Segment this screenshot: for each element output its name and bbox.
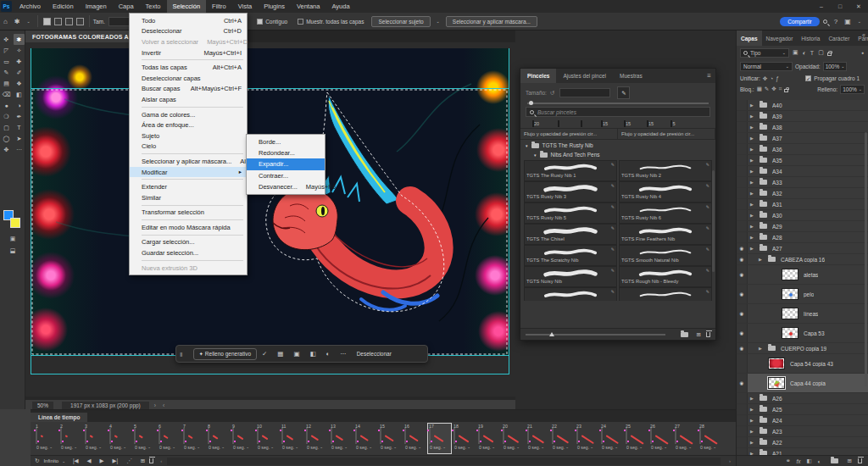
menu-item[interactable]: Nueva extrusión 3D ▸	[130, 263, 247, 274]
menu-item[interactable]: Transformar selección ▸	[130, 208, 247, 219]
maximize-icon[interactable]: □	[831, 0, 849, 13]
layer-row[interactable]: ◉ ▶ A40	[737, 100, 868, 111]
menubar-item[interactable]: Capa	[113, 0, 140, 13]
new-brush-icon[interactable]: ⊞	[697, 331, 701, 338]
frame-duration[interactable]: 0 seg.⌄	[84, 444, 107, 451]
menubar-item[interactable]: Selección	[167, 0, 207, 13]
layer-row[interactable]: ◉ ▶ A31	[737, 199, 868, 210]
visibility-toggle[interactable]: ◉	[737, 265, 748, 284]
tool-button[interactable]: ✥	[1, 144, 12, 155]
frame-duration[interactable]: 0 seg.⌄	[281, 444, 303, 451]
workspace-icon[interactable]: ▣	[841, 18, 854, 25]
frame-duration[interactable]: 0 seg.⌄	[305, 444, 328, 451]
frame-duration[interactable]: 0 seg.⌄	[674, 444, 697, 451]
menu-item[interactable]: Sujeto ▸	[130, 130, 247, 141]
visibility-toggle[interactable]: ◉	[737, 254, 748, 264]
menubar-item[interactable]: Ayuda	[326, 0, 355, 13]
chevron-down-icon[interactable]: ⌄	[58, 459, 69, 463]
visibility-toggle[interactable]: ◉	[737, 304, 748, 323]
animation-frame[interactable]: 27 0 seg.⌄	[674, 424, 697, 453]
frame-duration[interactable]: 0 seg.⌄	[551, 444, 574, 451]
panel-tab[interactable]: Párrafo	[854, 31, 868, 46]
lock-all-icon[interactable]	[784, 89, 788, 92]
frame-duration[interactable]: 0 seg.⌄	[207, 444, 230, 451]
menubar-item[interactable]: Edición	[47, 0, 80, 13]
frame-duration[interactable]: 0 seg.⌄	[625, 444, 648, 451]
disclosure-arrow-icon[interactable]: ▶	[748, 246, 756, 251]
visibility-toggle[interactable]: ◉	[737, 111, 748, 121]
layer-row[interactable]: ◉ ▶ A21	[737, 448, 868, 455]
menu-item[interactable]: Deseleccionar Ctrl+D ▸	[130, 26, 247, 37]
layer-row[interactable]: ◉ ▶ A32	[737, 188, 868, 199]
visibility-toggle[interactable]: ◉	[737, 199, 748, 209]
frame-duration[interactable]: 0 seg.⌄	[330, 444, 353, 451]
play-icon[interactable]: ▶	[96, 458, 108, 464]
disclosure-arrow-icon[interactable]: ▶	[748, 396, 756, 401]
menu-item[interactable]: Deseleccionar capas ▸	[130, 73, 247, 84]
brush-tip-icon[interactable]: ✎	[617, 86, 630, 99]
frame-duration[interactable]: 0 seg.⌄	[35, 444, 58, 451]
layer-row[interactable]: ◉ ▶ A33	[737, 177, 868, 188]
layer-row[interactable]: ◉ ▶ CABEZA copia 16	[737, 254, 868, 265]
loop-count[interactable]: Infinito	[43, 458, 58, 463]
visibility-toggle[interactable]: ◉	[737, 144, 748, 154]
tool-button[interactable]: ⌫	[1, 89, 12, 100]
layer-thumbnail[interactable]	[782, 327, 798, 339]
disclosure-arrow-icon[interactable]: ▶	[756, 346, 765, 351]
frame-duration[interactable]: 0 seg.⌄	[649, 444, 672, 451]
disclosure-arrow-icon[interactable]: ▶	[748, 169, 756, 174]
disclosure-arrow-icon[interactable]: ▶	[748, 191, 756, 196]
timeline-scrollbar[interactable]	[167, 458, 721, 465]
layer-row[interactable]: ◉ ▶ A35	[737, 155, 868, 166]
visibility-toggle[interactable]: ◉	[737, 415, 748, 425]
disclosure-arrow-icon[interactable]: ▶	[756, 257, 765, 262]
panel-tab[interactable]: Muestras	[613, 69, 649, 83]
menu-item[interactable]: Redondear...	[247, 147, 325, 158]
tool-button[interactable]: ◯	[1, 133, 12, 144]
brush-item[interactable]: TGTS Rusty Nib 6 ✎	[619, 202, 712, 224]
layer-row[interactable]: ◉ ▶ A23	[737, 426, 868, 437]
brush-item[interactable]: TGTS Rusty Nib 3 ✎	[524, 181, 617, 202]
filter-adjustment-icon[interactable]: ◐	[802, 50, 807, 56]
layer-thumbnail[interactable]	[782, 269, 798, 280]
brush-item[interactable]: TGTS Rough Nib - Watery ✎	[524, 287, 617, 301]
visibility-toggle[interactable]: ◉	[737, 133, 748, 143]
menu-item[interactable]: Contraer...	[247, 170, 325, 181]
collapse-panels-icon[interactable]: «	[862, 32, 865, 38]
drag-handle[interactable]: ▮	[176, 351, 186, 358]
visibility-toggle[interactable]: ◉	[737, 374, 748, 392]
help-icon[interactable]: ?	[831, 18, 841, 25]
animation-frame[interactable]: 4 0 seg.⌄	[108, 424, 131, 453]
layer-thumbnail[interactable]	[768, 377, 785, 389]
tool-button[interactable]: ✒	[14, 111, 25, 122]
animation-frame[interactable]: 7 0 seg.⌄	[182, 424, 205, 453]
new-frame-icon[interactable]: ⊞	[136, 458, 149, 464]
tool-preset-wand-icon[interactable]: ✱	[11, 18, 24, 25]
disclosure-arrow-icon[interactable]: ▶	[748, 429, 756, 434]
status-arrow-icon[interactable]: ‹	[163, 402, 164, 408]
filter-lock-icon[interactable]	[827, 53, 832, 56]
background-color-swatch[interactable]	[10, 218, 20, 228]
panel-menu-icon[interactable]: ≡	[707, 72, 715, 80]
menu-item[interactable]: Seleccionar y aplicar máscara... Alt+Ctr…	[130, 156, 247, 167]
visibility-toggle[interactable]: ◉	[737, 155, 748, 165]
brush-item[interactable]: TGTS Fine Feathers Nib ✎	[619, 224, 712, 245]
animation-frame[interactable]: 18 0 seg.⌄	[453, 424, 476, 453]
zoom-level[interactable]: 50%	[32, 402, 53, 409]
brush-preset[interactable]: Flujo y opacidad de presión cir...	[618, 129, 715, 139]
disclosure-arrow-icon[interactable]: ▶	[748, 147, 756, 152]
new-group-icon[interactable]	[681, 332, 688, 337]
select-and-mask-button[interactable]: Seleccionar y aplicar máscara...	[446, 16, 537, 27]
thumbnail-size-slider[interactable]	[526, 334, 665, 336]
unify-style-icon[interactable]: ƒ	[776, 75, 779, 81]
menu-item[interactable]: Aislar capas ▸	[130, 94, 247, 105]
brush-item[interactable]: TGTS Rough Nib - Bleedy ✎	[619, 266, 712, 287]
animation-frame[interactable]: 15 0 seg.⌄	[379, 424, 402, 453]
subtract-selection-mode[interactable]	[65, 18, 73, 25]
first-frame-icon[interactable]: |◀	[69, 458, 83, 464]
delete-brush-icon[interactable]	[706, 332, 710, 337]
animation-frame[interactable]: 2 0 seg.⌄	[59, 424, 82, 453]
brushes-scrollbar[interactable]	[712, 170, 715, 272]
menu-item[interactable]: Expandir...	[247, 158, 325, 169]
tool-button[interactable]: T	[14, 122, 25, 133]
